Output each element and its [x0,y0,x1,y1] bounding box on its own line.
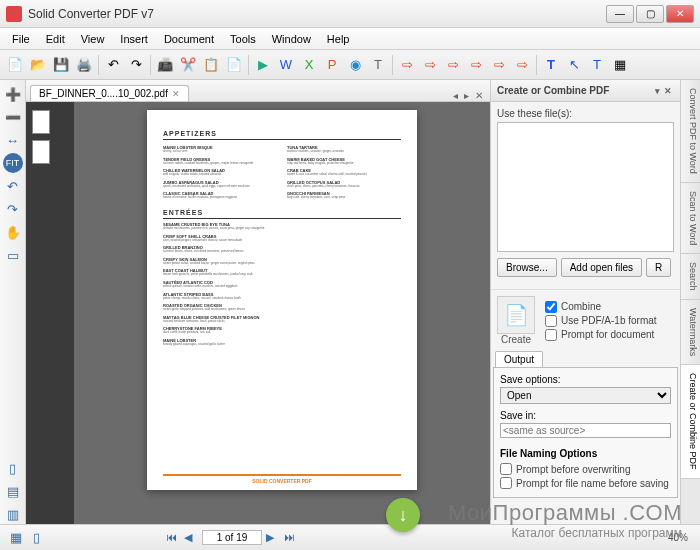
page-view[interactable]: APPETIZERS MAINE LOBSTER BISQUEsherry, v… [74,102,490,524]
tab-prev-icon[interactable]: ◂ [450,90,461,101]
add-open-files-button[interactable]: Add open files [561,258,642,277]
menu-help[interactable]: Help [319,31,358,47]
convert2-icon[interactable]: ⇨ [419,54,441,76]
open-icon[interactable]: 📂 [27,54,49,76]
copy-icon[interactable]: 📋 [200,54,222,76]
rtab-convert[interactable]: Convert PDF to Word [681,80,700,183]
rtab-create[interactable]: Create or Combine PDF [681,365,700,479]
textedit-icon[interactable]: T [586,54,608,76]
export-icon[interactable]: ▶ [252,54,274,76]
prompt-filename-checkbox[interactable] [500,477,512,489]
pdfa-checkbox[interactable] [545,315,557,327]
tab-close-all-icon[interactable]: ✕ [472,90,486,101]
prev-page-icon[interactable]: ◀ [184,531,198,545]
minimize-button[interactable]: — [606,5,634,23]
thumbnail-2[interactable] [32,140,50,164]
prompt-overwrite-checkbox[interactable] [500,463,512,475]
excel-icon[interactable]: X [298,54,320,76]
print-icon[interactable]: 🖨️ [73,54,95,76]
fit-width-icon[interactable]: ↔ [3,130,23,150]
paste-icon[interactable]: 📄 [223,54,245,76]
html-icon[interactable]: ◉ [344,54,366,76]
zoom-out-icon[interactable]: ➖ [3,107,23,127]
file-naming-label: File Naming Options [500,448,671,459]
menu-view[interactable]: View [73,31,113,47]
zoom-in-icon[interactable]: ➕ [3,84,23,104]
save-options-label: Save options: [500,374,671,385]
convert1-icon[interactable]: ⇨ [396,54,418,76]
status-bar: ▦ ▯ ⏮ ◀ ▶ ⏭ 40% [0,524,700,550]
titlebar: Solid Converter PDF v7 — ▢ ✕ [0,0,700,28]
panel-title: Create or Combine PDF [497,85,609,96]
menu-insert[interactable]: Insert [112,31,156,47]
document-tab[interactable]: BF_DINNER_0....10_002.pdf ✕ [30,85,189,101]
menu-window[interactable]: Window [264,31,319,47]
maximize-button[interactable]: ▢ [636,5,664,23]
tab-next-icon[interactable]: ▸ [461,90,472,101]
save-options-select[interactable]: Open [500,387,671,404]
single-page-icon[interactable]: ▯ [3,458,23,478]
cut-icon[interactable]: ✂️ [177,54,199,76]
create-icon[interactable]: 📄 [497,296,535,334]
right-tabs: Convert PDF to Word Scan to Word Search … [680,80,700,524]
create-label: Create [497,334,535,345]
page-input[interactable] [202,530,262,545]
facing-icon[interactable]: ▥ [3,504,23,524]
remove-button[interactable]: R [646,258,671,277]
close-button[interactable]: ✕ [666,5,694,23]
redo-icon[interactable]: ↷ [125,54,147,76]
output-tab[interactable]: Output [495,351,543,367]
left-toolbar: ➕ ➖ ↔ FIT ↶ ↷ ✋ ▭ ▯ ▤ ▥ [0,80,26,524]
thumbnail-pane[interactable] [26,102,74,524]
texttool-icon[interactable]: T [540,54,562,76]
rtab-watermarks[interactable]: Watermarks [681,300,700,365]
center-pane: BF_DINNER_0....10_002.pdf ✕ ◂ ▸ ✕ APPETI… [26,80,490,524]
tab-close-icon[interactable]: ✕ [172,89,180,99]
fit-page-icon[interactable]: FIT [3,153,23,173]
panel-menu-icon[interactable]: ▾ [653,86,662,96]
new-icon[interactable]: 📄 [4,54,26,76]
last-page-icon[interactable]: ⏭ [284,531,298,545]
prompt-doc-checkbox[interactable] [545,329,557,341]
menu-document[interactable]: Document [156,31,222,47]
menu-edit[interactable]: Edit [38,31,73,47]
section-appetizers: APPETIZERS [163,130,401,140]
undo-icon[interactable]: ↶ [102,54,124,76]
ppt-icon[interactable]: P [321,54,343,76]
convert6-icon[interactable]: ⇨ [511,54,533,76]
text-icon[interactable]: T [367,54,389,76]
tab-strip: BF_DINNER_0....10_002.pdf ✕ ◂ ▸ ✕ [26,80,490,102]
page-footer: SOLID CONVERTER PDF [163,474,401,484]
rotate-right-icon[interactable]: ↷ [3,199,23,219]
continuous-icon[interactable]: ▤ [3,481,23,501]
rotate-left-icon[interactable]: ↶ [3,176,23,196]
crop-icon[interactable]: ▦ [609,54,631,76]
section-entrees: ENTRÉES [163,209,401,219]
toolbar: 📄 📂 💾 🖨️ ↶ ↷ 📠 ✂️ 📋 📄 ▶ W X P ◉ T ⇨ ⇨ ⇨ … [0,50,700,80]
pointer-icon[interactable]: ↖ [563,54,585,76]
browse-button[interactable]: Browse... [497,258,557,277]
first-page-icon[interactable]: ⏮ [166,531,180,545]
zoom-level: 40% [668,532,688,543]
save-icon[interactable]: 💾 [50,54,72,76]
view-mode-1-icon[interactable]: ▦ [6,528,26,548]
file-list[interactable] [497,122,674,252]
combine-checkbox[interactable] [545,301,557,313]
thumbnail-1[interactable] [32,110,50,134]
scan-icon[interactable]: 📠 [154,54,176,76]
menu-tools[interactable]: Tools [222,31,264,47]
window-title: Solid Converter PDF v7 [28,7,606,21]
hand-icon[interactable]: ✋ [3,222,23,242]
word-icon[interactable]: W [275,54,297,76]
view-mode-2-icon[interactable]: ▯ [26,528,46,548]
convert5-icon[interactable]: ⇨ [488,54,510,76]
next-page-icon[interactable]: ▶ [266,531,280,545]
rtab-scan[interactable]: Scan to Word [681,183,700,254]
save-in-input[interactable] [500,423,671,438]
rtab-search[interactable]: Search [681,254,700,300]
select-icon[interactable]: ▭ [3,245,23,265]
panel-close-icon[interactable]: ✕ [662,86,674,96]
convert4-icon[interactable]: ⇨ [465,54,487,76]
convert3-icon[interactable]: ⇨ [442,54,464,76]
menu-file[interactable]: File [4,31,38,47]
